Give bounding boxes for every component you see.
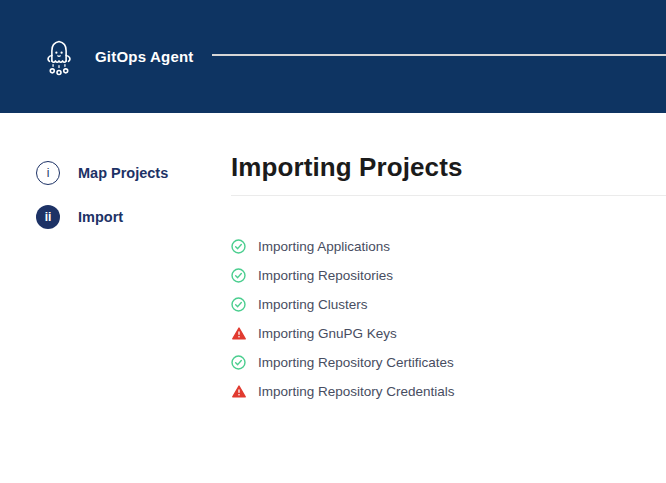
gitops-agent-page: GitOps Agent i Map Projects ii Import Im…: [0, 0, 666, 483]
argo-octopus-icon: [40, 33, 78, 81]
app-header: GitOps Agent: [0, 0, 666, 113]
import-status-label: Importing Clusters: [258, 297, 368, 312]
page-title: Importing Projects: [231, 152, 666, 182]
step-number-badge: i: [36, 161, 60, 185]
title-divider: [231, 195, 666, 196]
check-circle-icon: [231, 355, 246, 370]
warning-triangle-icon: [231, 326, 246, 341]
step-label: Map Projects: [78, 165, 168, 181]
import-panel: Importing Projects Importing Application…: [231, 113, 666, 483]
import-status-label: Importing Repository Credentials: [258, 384, 455, 399]
import-status-row: Importing Repository Credentials: [231, 377, 666, 406]
wizard-stepper: i Map Projects ii Import: [0, 113, 231, 483]
import-status-row: Importing GnuPG Keys: [231, 319, 666, 348]
import-status-label: Importing Repositories: [258, 268, 393, 283]
import-status-row: Importing Clusters: [231, 290, 666, 319]
brand-title: GitOps Agent: [95, 48, 194, 65]
import-status-label: Importing GnuPG Keys: [258, 326, 397, 341]
content-area: i Map Projects ii Import Importing Proje…: [0, 113, 666, 483]
import-status-label: Importing Repository Certificates: [258, 355, 454, 370]
step-number-badge: ii: [36, 205, 60, 229]
step-label: Import: [78, 209, 123, 225]
step-import[interactable]: ii Import: [36, 205, 231, 229]
warning-triangle-icon: [231, 384, 246, 399]
import-status-list: Importing ApplicationsImporting Reposito…: [231, 232, 666, 406]
import-status-label: Importing Applications: [258, 239, 390, 254]
import-status-row: Importing Repositories: [231, 261, 666, 290]
import-status-row: Importing Applications: [231, 232, 666, 261]
check-circle-icon: [231, 239, 246, 254]
step-map-projects[interactable]: i Map Projects: [36, 161, 231, 185]
check-circle-icon: [231, 297, 246, 312]
import-status-row: Importing Repository Certificates: [231, 348, 666, 377]
check-circle-icon: [231, 268, 246, 283]
header-rule: [212, 54, 666, 56]
